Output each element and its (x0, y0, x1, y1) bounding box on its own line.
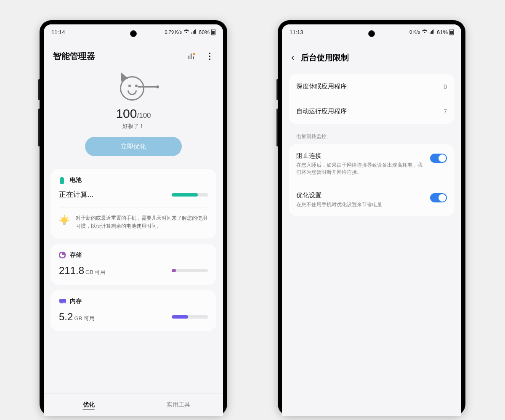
status-right: 0 K/s 61% (409, 29, 454, 35)
optimize-button[interactable]: 立即优化 (85, 137, 182, 156)
svg-rect-7 (63, 223, 66, 225)
storage-card-label: 存储 (70, 251, 82, 259)
battery-card-label: 电池 (70, 176, 82, 184)
score-value: 100/100 (50, 106, 216, 121)
toggle-title: 阻止连接 (296, 152, 424, 160)
battery-bar (172, 193, 208, 197)
svg-rect-9 (59, 299, 66, 303)
status-time: 11:13 (290, 29, 303, 35)
app-limit-list: 深度休眠应用程序 0 自动运行应用程序 7 (289, 74, 454, 124)
svg-point-2 (209, 56, 210, 57)
cards-list: 电池 正在计算... 对于新的或最近重置的手机，需要几天时间来了解您的使用习惯，… (50, 169, 216, 393)
score-subtitle: 好极了！ (50, 122, 216, 130)
mascot-icon (112, 70, 154, 104)
tab-tools[interactable]: 实用工具 (133, 393, 223, 416)
list-item-label: 深度休眠应用程序 (296, 82, 347, 90)
memory-card[interactable]: 内存 5.2GB 可用 (50, 290, 216, 331)
svg-point-6 (61, 217, 67, 223)
signal-icon (191, 29, 197, 35)
phone-right: 11:13 0 K/s 61% ‹ 后台使用限制 深度休眠应用程序 (278, 20, 465, 416)
score-section: 100/100 好极了！ 立即优化 (50, 70, 216, 169)
list-item-label: 自动运行应用程序 (296, 107, 347, 115)
battery-icon (449, 29, 454, 35)
toggle-group: 阻止连接 在您入睡后，如果由于网络连接导致设备出现高耗电，我们将为您暂时断开网络… (289, 144, 454, 216)
page-header: 智能管理器 (50, 45, 216, 70)
memory-value: 5.2GB 可用 (59, 311, 95, 323)
svg-rect-5 (61, 177, 63, 178)
toggle-title: 优化设置 (296, 191, 382, 199)
more-icon[interactable] (205, 52, 214, 61)
optimize-settings-switch[interactable] (430, 193, 447, 202)
camera-cutout (368, 30, 375, 37)
header-actions (188, 52, 214, 61)
page-title: 智能管理器 (53, 51, 95, 62)
svg-point-1 (209, 53, 210, 54)
battery-percent: 61% (437, 29, 448, 35)
score-max: /100 (137, 112, 151, 120)
screen-bg-limits: 11:13 0 K/s 61% ‹ 后台使用限制 深度休眠应用程序 (282, 24, 461, 416)
phone-left: 11:14 0.79 K/s 60% 智能管理器 (40, 20, 227, 416)
battery-icon (211, 29, 215, 35)
network-speed: 0.79 K/s (165, 29, 182, 35)
deep-sleep-apps-row[interactable]: 深度休眠应用程序 0 (289, 74, 454, 99)
status-right: 0.79 K/s 60% (165, 29, 215, 35)
screen-device-care: 11:14 0.79 K/s 60% 智能管理器 (44, 24, 223, 416)
storage-card[interactable]: 存储 211.8GB 可用 (50, 244, 216, 285)
optimize-settings-row[interactable]: 优化设置 在您不使用手机时优化设置来节省电量 (289, 184, 454, 216)
memory-card-icon (59, 298, 66, 305)
block-connection-switch[interactable] (430, 154, 447, 163)
block-connection-row[interactable]: 阻止连接 在您入睡后，如果由于网络连接导致设备出现高耗电，我们将为您暂时断开网络… (289, 144, 454, 184)
camera-cutout (130, 30, 137, 37)
svg-point-3 (209, 58, 210, 60)
storage-bar (172, 269, 208, 272)
content-area: ‹ 后台使用限制 深度休眠应用程序 0 自动运行应用程序 7 电量消耗监控 阻止… (282, 40, 461, 416)
wifi-icon (183, 29, 189, 35)
toggle-desc: 在您入睡后，如果由于网络连接导致设备出现高耗电，我们将为您暂时断开网络连接。 (296, 162, 424, 176)
list-item-value: 0 (444, 83, 447, 90)
list-item-value: 7 (444, 108, 447, 115)
page-header: ‹ 后台使用限制 (289, 45, 454, 74)
svg-rect-4 (60, 178, 64, 184)
battery-percent: 60% (199, 29, 210, 35)
toggle-desc: 在您不使用手机时优化设置来节省电量 (296, 201, 382, 208)
signal-icon (429, 29, 435, 35)
bottom-tabs: 优化 实用工具 (44, 393, 223, 416)
score-current: 100 (116, 106, 137, 120)
network-speed: 0 K/s (409, 29, 420, 35)
battery-tip-text: 对于新的或最近重置的手机，需要几天时间来了解您的使用习惯，以便计算剩余的电池使用… (76, 214, 208, 230)
back-button[interactable]: ‹ (291, 52, 294, 63)
storage-value: 211.8GB 可用 (59, 265, 106, 276)
svg-point-0 (193, 53, 195, 54)
storage-card-icon (59, 252, 66, 258)
battery-card[interactable]: 电池 正在计算... 对于新的或最近重置的手机，需要几天时间来了解您的使用习惯，… (50, 169, 216, 239)
battery-tip: 对于新的或最近重置的手机，需要几天时间来了解您的使用习惯，以便计算剩余的电池使用… (59, 207, 208, 230)
wifi-icon (422, 29, 428, 35)
memory-bar (172, 315, 208, 319)
tab-optimize[interactable]: 优化 (44, 393, 133, 416)
battery-status-text: 正在计算... (59, 190, 93, 199)
auto-run-apps-row[interactable]: 自动运行应用程序 7 (289, 99, 454, 124)
memory-card-label: 内存 (70, 298, 82, 305)
page-title: 后台使用限制 (301, 52, 349, 63)
section-power-monitor: 电量消耗监控 (289, 124, 454, 144)
content-area: 智能管理器 100/100 好极了！ 立即优化 (44, 40, 223, 393)
battery-card-icon (59, 177, 66, 183)
bulb-icon (59, 214, 70, 229)
status-time: 11:14 (51, 29, 65, 35)
chart-icon[interactable] (188, 52, 196, 61)
